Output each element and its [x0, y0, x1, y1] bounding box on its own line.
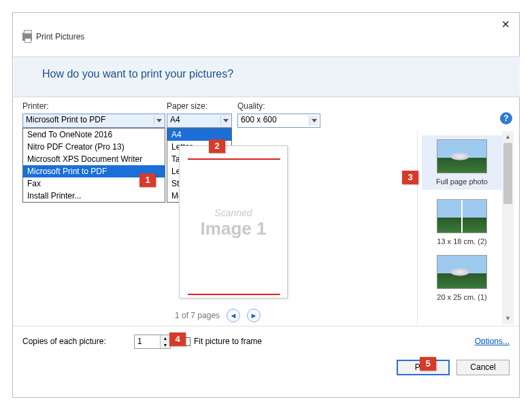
quality-label: Quality: [237, 101, 265, 111]
copies-value: 1 [137, 337, 142, 346]
scroll-down-icon[interactable]: ▼ [502, 313, 514, 324]
banner: How do you want to print your pictures? [14, 56, 520, 97]
printer-selected: Microsoft Print to PDF [26, 115, 105, 124]
layout-label: 13 x 18 cm. (2) [422, 237, 502, 245]
printer-combo[interactable]: Microsoft Print to PDF [22, 114, 165, 128]
copies-label: Copies of each picture: [22, 337, 106, 346]
scrollbar[interactable]: ▲ ▼ [502, 131, 514, 324]
printer-label: Printer: [22, 101, 49, 111]
layout-label: 20 x 25 cm. (1) [422, 293, 502, 301]
printer-dropdown[interactable]: Send To OneNote 2016Nitro PDF Creator (P… [22, 128, 165, 203]
preview-watermark-2: Image 1 [180, 218, 287, 239]
cancel-button[interactable]: Cancel [456, 360, 510, 375]
triangle-right-icon: ► [250, 311, 258, 320]
page-preview: Scanned Image 1 [179, 146, 288, 298]
printer-option[interactable]: Install Printer... [23, 190, 165, 202]
printer-option[interactable]: Send To OneNote 2016 [23, 129, 165, 141]
paper-label: Paper size: [167, 101, 207, 111]
preview-watermark-1: Scanned [180, 207, 287, 218]
layout-option[interactable]: 20 x 25 cm. (1) [422, 255, 502, 301]
fit-to-frame-checkbox[interactable]: Fit picture to frame [182, 337, 262, 346]
next-page-button[interactable]: ► [247, 309, 261, 322]
pager-text: 1 of 7 pages [175, 311, 220, 320]
scroll-thumb[interactable] [503, 143, 512, 204]
options-link[interactable]: Options... [475, 337, 510, 346]
printer-icon [22, 33, 32, 41]
copies-spinner[interactable]: 1 ▲ ▼ [134, 335, 171, 349]
preview-bottom-marker [188, 294, 280, 295]
callout-3: 3 [402, 171, 418, 184]
separator [13, 326, 519, 326]
layout-thumbnail [437, 199, 487, 233]
prev-page-button[interactable]: ◄ [227, 309, 240, 322]
pager: 1 of 7 pages ◄ ► [175, 309, 261, 322]
spin-down-icon[interactable]: ▼ [161, 342, 170, 349]
chevron-down-icon [220, 116, 230, 126]
chevron-down-icon [309, 116, 318, 126]
paper-selected: A4 [170, 115, 180, 124]
prompt-heading: How do you want to print your pictures? [42, 68, 233, 80]
callout-4: 4 [169, 332, 186, 346]
quality-selected: 600 x 600 [241, 115, 277, 124]
layout-sidebar: Full page photo13 x 18 cm. (2)20 x 25 cm… [417, 131, 514, 324]
layout-option[interactable]: 13 x 18 cm. (2) [422, 199, 502, 245]
scroll-up-icon[interactable]: ▲ [502, 131, 514, 143]
fit-label: Fit picture to frame [194, 337, 262, 346]
dialog-title: Print Pictures [36, 32, 84, 41]
callout-2: 2 [209, 139, 225, 153]
layout-thumbnail [437, 255, 487, 289]
layout-thumbnail [437, 139, 487, 173]
callout-5: 5 [420, 357, 436, 371]
close-icon[interactable]: ✕ [499, 18, 512, 32]
chevron-down-icon [154, 116, 163, 126]
quality-combo[interactable]: 600 x 600 [237, 114, 320, 128]
callout-1: 1 [139, 173, 156, 187]
layout-label: Full page photo [422, 177, 502, 186]
paper-size-combo[interactable]: A4 [167, 114, 232, 128]
layout-option[interactable]: Full page photo [422, 135, 502, 190]
printer-option[interactable]: Microsoft XPS Document Writer [23, 153, 165, 165]
print-pictures-dialog: ✕ Print Pictures How do you want to prin… [12, 12, 520, 398]
spin-up-icon[interactable]: ▲ [161, 335, 170, 342]
help-icon[interactable]: ? [500, 112, 512, 124]
dialog-title-row: Print Pictures [22, 32, 84, 41]
triangle-left-icon: ◄ [230, 311, 237, 320]
preview-top-marker [188, 158, 280, 160]
printer-option[interactable]: Nitro PDF Creator (Pro 13) [23, 141, 165, 153]
